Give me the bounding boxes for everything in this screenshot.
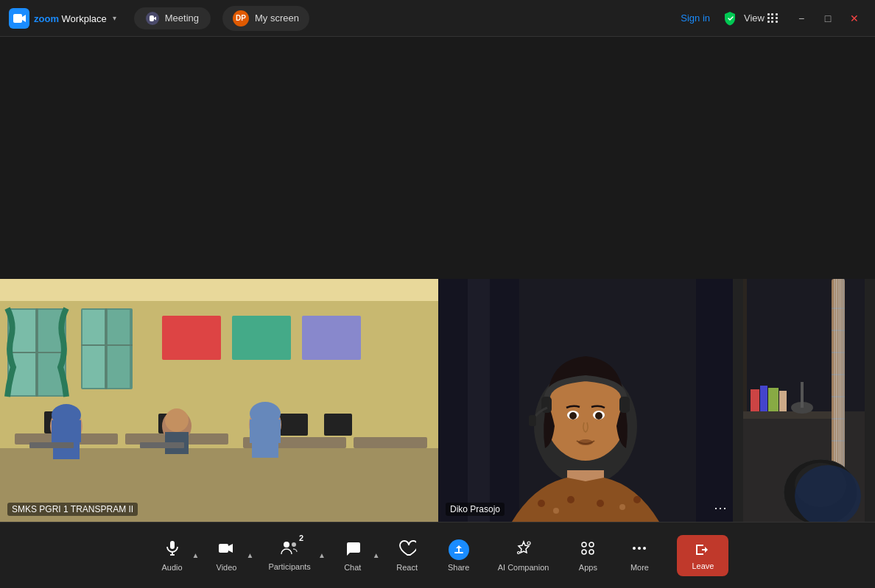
video-icon xyxy=(217,539,235,560)
more-icon xyxy=(630,539,648,560)
chat-group: Chat ▲ xyxy=(327,534,382,578)
view-button[interactable]: View xyxy=(744,13,778,24)
share-group: Share xyxy=(433,534,485,578)
chat-label: Chat xyxy=(344,563,361,572)
ai-companion-group: AI Companion xyxy=(485,534,563,578)
share-label: Share xyxy=(448,563,469,572)
grid-view-icon xyxy=(767,13,778,23)
audio-group: Audio ▲ xyxy=(147,534,201,578)
tile-1-label: SMKS PGRI 1 TRANSPRAM II xyxy=(7,503,138,516)
video-arrow-button[interactable]: ▲ xyxy=(245,548,255,562)
ai-companion-label: AI Companion xyxy=(498,563,549,572)
svg-point-105 xyxy=(633,547,636,550)
svg-rect-89 xyxy=(779,391,787,411)
apps-button[interactable]: Apps xyxy=(562,534,614,578)
svg-rect-40 xyxy=(29,442,74,448)
apps-icon xyxy=(579,539,597,560)
svg-rect-45 xyxy=(468,279,490,522)
workplace-label: Workplace xyxy=(62,13,107,24)
participants-button[interactable]: 2 Participants xyxy=(255,534,323,577)
sign-in-button[interactable]: Sign in xyxy=(675,10,716,26)
svg-rect-98 xyxy=(454,552,463,553)
svg-rect-3 xyxy=(0,279,438,301)
svg-point-100 xyxy=(517,551,519,553)
apps-group: Apps xyxy=(562,534,614,578)
leave-button[interactable]: Leave xyxy=(677,535,728,576)
titlebar: zoom Workplace ▾ Meeting DP My screen Si… xyxy=(0,0,875,37)
svg-rect-87 xyxy=(760,386,767,411)
titlebar-right: Sign in View − □ ✕ xyxy=(675,8,866,29)
zoom-logo: zoom Workplace ▾ xyxy=(9,8,116,29)
svg-rect-18 xyxy=(302,316,361,360)
screen-sharing-pill[interactable]: DP My screen xyxy=(222,6,309,31)
participants-icon-wrapper: 2 xyxy=(280,539,299,559)
svg-point-58 xyxy=(569,412,577,419)
svg-point-107 xyxy=(643,547,646,550)
svg-point-33 xyxy=(165,408,189,432)
svg-point-103 xyxy=(582,550,586,554)
react-button[interactable]: React xyxy=(382,534,433,578)
svg-rect-25 xyxy=(280,414,308,436)
tile-2-label: Diko Prasojo xyxy=(446,503,505,516)
svg-rect-92 xyxy=(170,541,175,549)
window-controls: − □ ✕ xyxy=(790,8,866,29)
video-grid: SMKS PGRI 1 TRANSPRAM II xyxy=(0,279,875,522)
svg-rect-91 xyxy=(801,382,804,408)
svg-rect-85 xyxy=(743,279,747,411)
tile-2-more-icon[interactable]: ⋯ xyxy=(714,500,727,516)
svg-point-55 xyxy=(633,496,641,503)
zoom-dropdown-arrow[interactable]: ▾ xyxy=(113,14,116,22)
share-button[interactable]: Share xyxy=(433,534,485,578)
zoom-brand-text: zoom Workplace xyxy=(34,12,107,25)
svg-point-51 xyxy=(553,508,559,514)
guitar-video xyxy=(733,279,875,522)
react-label: React xyxy=(396,563,418,572)
svg-point-96 xyxy=(284,542,289,548)
dp-avatar: DP xyxy=(233,10,249,26)
chat-icon xyxy=(344,539,362,560)
svg-rect-17 xyxy=(232,316,291,360)
svg-point-104 xyxy=(589,550,594,554)
video-tile-presenter: Diko Prasojo ⋯ xyxy=(438,279,733,522)
svg-rect-95 xyxy=(219,544,228,553)
maximize-button[interactable]: □ xyxy=(816,8,840,29)
svg-rect-12 xyxy=(82,310,105,388)
react-group: React xyxy=(382,534,433,578)
close-button[interactable]: ✕ xyxy=(843,8,866,29)
security-shield-icon xyxy=(722,10,738,26)
svg-point-50 xyxy=(538,500,545,507)
share-icon-wrapper xyxy=(449,539,469,560)
audio-label: Audio xyxy=(162,563,183,572)
chat-arrow-button[interactable]: ▲ xyxy=(371,548,382,562)
ai-companion-button[interactable]: AI Companion xyxy=(485,534,563,578)
svg-point-106 xyxy=(638,547,641,550)
toolbar: Audio ▲ Video ▲ xyxy=(0,522,875,588)
audio-arrow-button[interactable]: ▲ xyxy=(191,548,201,562)
leave-icon xyxy=(694,541,711,559)
svg-rect-44 xyxy=(438,279,468,522)
share-icon xyxy=(453,544,465,556)
svg-rect-47 xyxy=(696,279,733,522)
svg-rect-39 xyxy=(252,439,278,458)
participants-group: 2 Participants ▲ xyxy=(255,534,326,577)
participants-count: 2 xyxy=(299,534,303,542)
svg-rect-86 xyxy=(751,389,759,411)
more-button[interactable]: More xyxy=(614,534,665,578)
meeting-icon xyxy=(146,12,159,25)
svg-point-54 xyxy=(619,504,625,510)
heart-icon xyxy=(398,539,416,560)
svg-rect-16 xyxy=(162,316,221,360)
presenter-video xyxy=(438,279,733,522)
ai-icon xyxy=(514,539,533,560)
video-tile-guitar xyxy=(733,279,875,522)
meeting-label: Meeting xyxy=(165,13,199,24)
participants-icon xyxy=(280,539,299,557)
classroom-video xyxy=(0,279,438,522)
svg-rect-84 xyxy=(743,411,832,419)
svg-rect-88 xyxy=(768,388,779,411)
svg-rect-22 xyxy=(354,437,427,448)
meeting-pill[interactable]: Meeting xyxy=(134,7,211,29)
svg-point-101 xyxy=(582,542,586,547)
video-label: Video xyxy=(217,563,237,572)
minimize-button[interactable]: − xyxy=(790,8,813,29)
